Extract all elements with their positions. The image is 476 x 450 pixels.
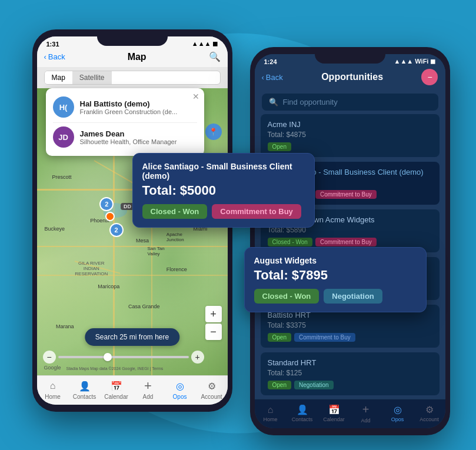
right-signal-icons: ▲▲▲ WiFi ◼: [394, 58, 436, 65]
nav-contacts-right[interactable]: 👤 Contacts: [289, 404, 315, 422]
map-label-prescott: Prescott: [52, 174, 71, 180]
calendar-icon-right: 📅: [328, 404, 340, 415]
search-icon[interactable]: 🔍: [209, 51, 221, 62]
google-watermark: Google: [44, 365, 61, 371]
tag-open-1: Open: [268, 142, 291, 151]
back-button-left[interactable]: ‹ Back: [44, 52, 65, 61]
tag-commitment-2: Commitment to Buy: [315, 190, 377, 199]
account-icon-right: ⚙: [425, 404, 434, 415]
opp-item-acme-inj[interactable]: Acme INJ Total: $4875 Open: [261, 114, 440, 157]
search-icon-right: 🔍: [269, 98, 278, 106]
avatar-jd: JD: [53, 126, 74, 148]
slider-thumb[interactable]: [104, 353, 112, 361]
map-satellite-toggle[interactable]: Map Satellite: [44, 71, 221, 85]
tag-neg-6: Negotiation: [294, 381, 334, 389]
account-icon: ⚙: [205, 379, 218, 392]
chevron-left-icon: ‹: [44, 52, 46, 61]
opp-title: Opportunities: [321, 72, 383, 82]
popup-close-button[interactable]: ✕: [192, 92, 199, 101]
map-label-casagrande: Casa Grande: [128, 304, 160, 309]
back-button-right[interactable]: ‹ Back: [262, 73, 283, 82]
search-area-button[interactable]: Search 25 mi from here: [85, 328, 179, 346]
fc2-tag-negotiation: Negotiation: [324, 289, 382, 304]
fc2-total: Total: $7895: [254, 268, 417, 283]
map-label-apache: ApacheJunction: [167, 232, 184, 242]
right-screen: 1:24 ▲▲▲ WiFi ◼ ‹ Back Opportunities − 🔍…: [255, 54, 445, 428]
map-label-florence: Florence: [167, 266, 187, 272]
opp-tags-1: Open: [268, 142, 432, 151]
slider-track[interactable]: [58, 356, 189, 358]
popup-info-hal: Hal Battisto (demo) Franklin Green Const…: [80, 99, 178, 115]
tag-open-5: Open: [268, 333, 291, 342]
zoom-out-button[interactable]: −: [205, 324, 222, 340]
search-bar[interactable]: 🔍 Find opportunity: [262, 94, 438, 111]
opp-tags-3: Closed - Won Commitment to Buy: [268, 238, 432, 246]
calendar-icon: 📅: [110, 379, 123, 392]
left-notch: [97, 29, 168, 46]
nav-calendar-left[interactable]: 📅 Calendar: [102, 379, 131, 400]
nav-account-right[interactable]: ⚙ Account: [417, 404, 442, 422]
add-icon: +: [142, 379, 155, 392]
map-title: Map: [128, 52, 147, 62]
floating-card-august[interactable]: August Widgets Total: $7895 Closed - Won…: [244, 247, 427, 312]
right-notch: [315, 47, 385, 64]
floating-card-alice[interactable]: Alice Santiago - Small Business Client (…: [132, 153, 315, 228]
satellite-tab[interactable]: Satellite: [72, 71, 112, 84]
search-placeholder: Find opportunity: [283, 98, 338, 106]
filter-button[interactable]: −: [421, 69, 438, 85]
right-bottom-nav: ⌂ Home 👤 Contacts 📅 Calendar + Add: [255, 399, 445, 428]
map-header: ‹ Back Map 🔍: [37, 49, 228, 67]
nav-opos-right[interactable]: ◎ Opos: [385, 404, 411, 422]
nav-add-right[interactable]: + Add: [353, 403, 379, 424]
map-copyright: Stadia Maps Map data ©2024 Google, INEGI…: [66, 366, 164, 371]
nav-home-left[interactable]: ⌂ Home: [38, 379, 68, 400]
tag-open-6: Open: [268, 381, 291, 389]
nav-home-right[interactable]: ⌂ Home: [258, 405, 284, 422]
zoom-in-button[interactable]: +: [205, 306, 222, 322]
fc1-title: Alice Santiago - Small Business Client (…: [142, 162, 305, 181]
opos-icon: ◎: [174, 379, 187, 392]
nav-opos-left[interactable]: ◎ Opos: [165, 379, 195, 400]
fc2-tags: Closed - Won Negotiation: [254, 289, 417, 304]
avatar-hal: H(: [53, 96, 74, 118]
marker-orange[interactable]: [105, 212, 115, 221]
right-time: 1:24: [264, 58, 277, 65]
fc1-tag-closed-won: Closed - Won: [142, 204, 208, 219]
map-label-buckeye: Buckeye: [44, 226, 65, 232]
fc2-title: August Widgets: [254, 256, 417, 265]
map-label-gila: GILA RIVERINDIANRESERVATION: [75, 261, 108, 276]
fc2-tag-closed-won: Closed - Won: [254, 289, 319, 304]
left-signal-icons: ▲▲▲ ◼: [192, 40, 218, 48]
popup-entry-1[interactable]: H( Hal Battisto (demo) Franklin Green Co…: [53, 94, 197, 120]
popup-info-jd: James Dean Silhouette Health, Office Man…: [80, 129, 177, 145]
road-h2: [37, 246, 228, 247]
nav-calendar-right[interactable]: 📅 Calendar: [321, 404, 347, 422]
nav-contacts-left[interactable]: 👤 Contacts: [70, 379, 99, 400]
nav-add-left[interactable]: + Add: [134, 379, 163, 400]
tag-commit-3: Commitment to Buy: [315, 238, 377, 246]
phone-right: 1:24 ▲▲▲ WiFi ◼ ‹ Back Opportunities − 🔍…: [250, 47, 450, 435]
map-label-maricopa: Maricopa: [98, 284, 119, 289]
home-icon-right: ⌂: [268, 405, 274, 415]
map-tab[interactable]: Map: [45, 71, 72, 84]
nav-account-left[interactable]: ⚙ Account: [197, 379, 227, 400]
slider-plus[interactable]: +: [191, 351, 204, 364]
tag-closed-3: Closed - Won: [268, 238, 312, 246]
map-label-mesa: Mesa: [136, 238, 149, 244]
popup-entry-2[interactable]: JD James Dean Silhouette Health, Office …: [53, 122, 197, 150]
left-bottom-nav: ⌂ Home 👤 Contacts 📅 Calendar + Add: [37, 375, 228, 405]
chevron-left-icon-right: ‹: [262, 73, 264, 82]
slider-minus[interactable]: −: [43, 351, 56, 364]
contacts-icon: 👤: [78, 379, 91, 392]
fc1-total: Total: $5000: [142, 183, 305, 198]
map-label-marana: Marana: [56, 324, 74, 329]
opp-tags-5: Open Commitment to Buy: [268, 333, 432, 342]
opp-item-standard[interactable]: Standard HRT Total: $125 Open Negotiatio…: [261, 352, 440, 395]
zoom-controls: + −: [205, 306, 222, 340]
location-button[interactable]: 📍: [205, 124, 222, 140]
phones-container: 1:31 ▲▲▲ ◼ ‹ Back Map 🔍 Map Satellite: [15, 12, 462, 441]
map-label-santan: San TanValley: [147, 246, 164, 256]
map-popup-card[interactable]: ✕ H( Hal Battisto (demo) Franklin Green …: [46, 88, 204, 156]
home-icon: ⌂: [46, 379, 59, 392]
contacts-icon-right: 👤: [297, 404, 308, 415]
